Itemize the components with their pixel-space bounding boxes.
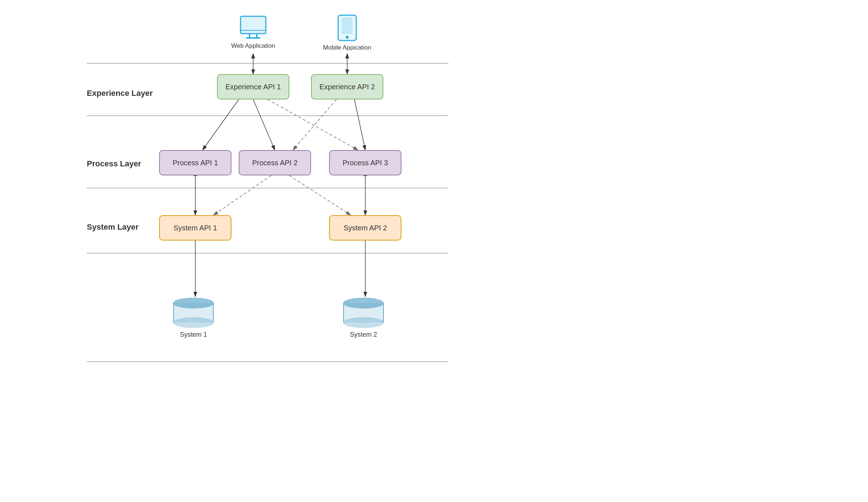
experience-api-1-box: Experience API 1 bbox=[217, 74, 289, 99]
arrow-exp1-proc1 bbox=[203, 99, 239, 150]
web-app-text: Web Application bbox=[228, 42, 278, 50]
arrow-exp2-proc3 bbox=[354, 99, 365, 150]
mobile-app-icon bbox=[336, 14, 358, 42]
arrow-proc2-sys2-dashed bbox=[289, 175, 351, 215]
svg-point-13 bbox=[346, 36, 349, 39]
experience-api-2-box: Experience API 2 bbox=[311, 74, 383, 99]
system-api-2-box: System API 2 bbox=[329, 215, 401, 241]
svg-point-25 bbox=[344, 298, 383, 308]
arrow-exp2-proc2-dashed bbox=[293, 99, 336, 150]
mobile-application-label: Mobile Appication bbox=[322, 14, 373, 51]
svg-rect-6 bbox=[249, 34, 250, 37]
svg-rect-7 bbox=[256, 34, 258, 37]
svg-point-19 bbox=[174, 298, 213, 308]
svg-rect-12 bbox=[342, 17, 353, 34]
database-1-label: System 1 bbox=[180, 331, 207, 339]
svg-rect-5 bbox=[241, 16, 266, 34]
system-layer-label: System Layer bbox=[87, 222, 139, 232]
arrow-exp1-proc3-dashed bbox=[268, 99, 358, 150]
db1-icon bbox=[170, 297, 217, 329]
svg-point-24 bbox=[344, 318, 383, 328]
arrow-exp1-proc2 bbox=[253, 99, 275, 150]
db2-icon bbox=[340, 297, 387, 329]
svg-rect-8 bbox=[246, 37, 260, 39]
experience-layer-label: Experience Layer bbox=[87, 89, 153, 98]
process-api-2-box: Process API 2 bbox=[239, 150, 311, 175]
mobile-app-text: Mobile Appication bbox=[322, 44, 373, 51]
svg-point-18 bbox=[174, 318, 213, 328]
process-api-1-box: Process API 1 bbox=[159, 150, 231, 175]
database-2: System 2 bbox=[340, 297, 387, 339]
process-layer-label: Process Layer bbox=[87, 159, 141, 169]
web-application-label: Web Application bbox=[228, 14, 278, 50]
database-2-label: System 2 bbox=[350, 331, 377, 339]
arrow-proc2-sys1-dashed bbox=[213, 175, 271, 215]
process-api-3-box: Process API 3 bbox=[329, 150, 401, 175]
diagram-svg bbox=[0, 0, 868, 502]
web-app-icon bbox=[239, 14, 268, 40]
diagram-container: Web Application Mobile Appication Experi… bbox=[0, 0, 868, 502]
database-1: System 1 bbox=[170, 297, 217, 339]
system-api-1-box: System API 1 bbox=[159, 215, 231, 241]
